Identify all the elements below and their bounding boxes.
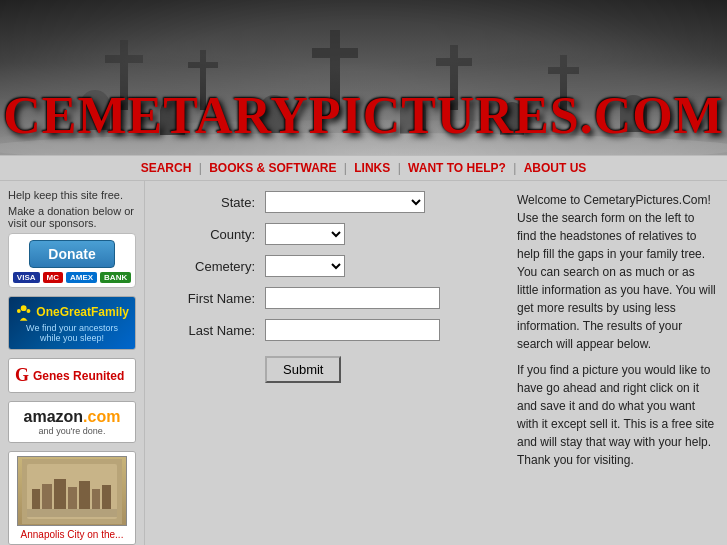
svg-point-26 [17,309,21,313]
svg-rect-37 [27,509,117,517]
genes-logo: G [15,365,29,386]
firstname-label: First Name: [165,291,265,306]
site-title: CemetaryPictures.com [3,86,724,155]
cemetery-label: Cemetery: [165,259,265,274]
svg-rect-34 [79,481,90,509]
lastname-input[interactable] [265,319,440,341]
svg-rect-33 [68,487,77,509]
ad-onegreatfamily[interactable]: OneGreatFamily We find your ancestors wh… [8,296,136,350]
cemetery-row: Cemetery: [165,255,487,277]
county-label: County: [165,227,265,242]
mastercard-icon: MC [43,272,63,283]
svg-rect-31 [42,484,52,509]
submit-button[interactable]: Submit [265,356,341,383]
bank-icon: BANK [100,272,131,283]
info-paragraph-2: If you find a picture you would like to … [517,361,717,469]
main-layout: Help keep this site free. Make a donatio… [0,181,727,545]
svg-rect-3 [105,55,143,63]
ad-genes-reunited[interactable]: G Genes Reunited [8,358,136,393]
nav-want-to-help[interactable]: WANT TO HELP? [408,161,506,175]
state-label: State: [165,195,265,210]
firstname-row: First Name: [165,287,487,309]
svg-point-25 [21,305,27,311]
help-text-1: Help keep this site free. [8,189,136,201]
amex-icon: AMEX [66,272,97,283]
svg-rect-7 [312,48,358,58]
nav-about-us[interactable]: ABOUT US [524,161,587,175]
ad-book[interactable]: Annapolis City on the... [8,451,136,545]
firstname-input[interactable] [265,287,440,309]
book-title: Annapolis City on the... [13,529,131,540]
svg-rect-11 [548,67,579,74]
nav-links[interactable]: LINKS [354,161,390,175]
state-select[interactable]: Alabama Alaska Arizona California Florid… [265,191,425,213]
genes-brand: Genes Reunited [33,369,124,383]
ad-amazon[interactable]: amazon.com and you're done. [8,401,136,443]
nav-books[interactable]: BOOKS & SOFTWARE [209,161,336,175]
submit-row: Submit [165,351,487,383]
svg-rect-36 [102,485,111,509]
nav-search[interactable]: SEARCH [141,161,192,175]
cemetery-select[interactable] [265,255,345,277]
info-paragraph-1: Welcome to CemetaryPictures.Com! Use the… [517,191,717,353]
sidebar: Help keep this site free. Make a donatio… [0,181,145,545]
state-row: State: Alabama Alaska Arizona California… [165,191,487,213]
family-icon [15,303,32,321]
visa-icon: VISA [13,272,40,283]
navigation-bar: SEARCH | BOOKS & SOFTWARE | LINKS | WANT… [0,155,727,181]
svg-rect-5 [188,62,218,68]
svg-rect-35 [92,489,100,509]
book-cover [17,456,127,526]
svg-rect-32 [54,479,66,509]
county-row: County: [165,223,487,245]
search-form-area: State: Alabama Alaska Arizona California… [145,181,507,545]
book-image [22,459,122,524]
onegreatfamily-tagline: We find your ancestors while you sleep! [15,323,129,343]
amazon-tagline: and you're done. [15,426,129,436]
svg-rect-9 [436,58,472,66]
paypal-donate-box: Donate VISA MC AMEX BANK [8,233,136,288]
svg-point-27 [27,309,31,313]
credit-card-icons: VISA MC AMEX BANK [13,272,131,283]
lastname-label: Last Name: [165,323,265,338]
onegreatfamily-brand: OneGreatFamily [36,305,129,319]
lastname-row: Last Name: [165,319,487,341]
amazon-logo: amazon.com [15,408,129,426]
donate-button[interactable]: Donate [29,240,114,268]
county-select[interactable] [265,223,345,245]
help-text-2: Make a donation below or visit our spons… [8,205,136,229]
svg-rect-30 [32,489,40,509]
info-panel: Welcome to CemetaryPictures.Com! Use the… [507,181,727,545]
header: CemetaryPictures.com [0,0,727,155]
